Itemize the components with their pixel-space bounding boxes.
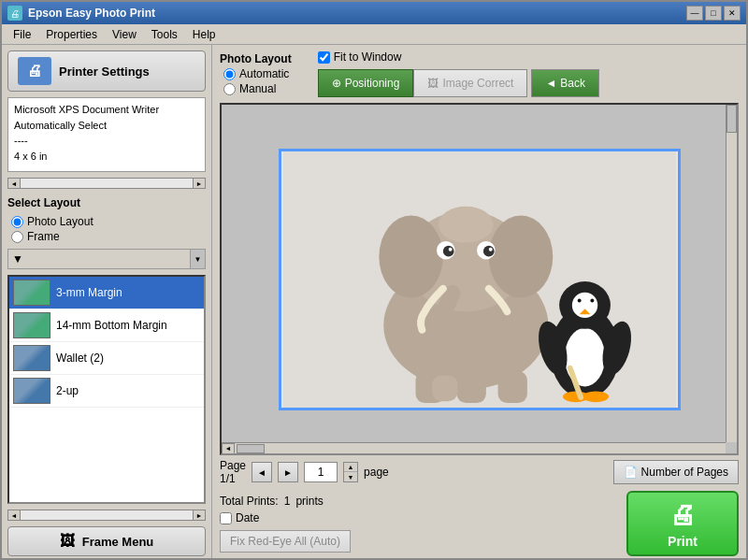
print-button[interactable]: 🖨 Print — [626, 491, 739, 556]
layout-item-3mm[interactable]: 3-mm Margin — [9, 277, 204, 309]
preview-container: ◄ — [220, 103, 739, 455]
positioning-tab[interactable]: ⊕ Positioning — [318, 69, 414, 97]
layout-thumb-wallet — [13, 345, 50, 371]
printer-size: 4 x 6 in — [14, 149, 199, 165]
layout-label-2up: 2-up — [56, 384, 79, 397]
list-scrollbar[interactable]: ◄ ► — [7, 510, 206, 521]
right-panel: Photo Layout Automatic Manual Fit to — [212, 45, 746, 560]
maximize-button[interactable]: □ — [705, 6, 722, 21]
layout-item-14mm[interactable]: 14-mm Bottom Margin — [9, 309, 204, 342]
photo-illustration — [281, 151, 678, 408]
manual-radio[interactable]: Manual — [223, 82, 292, 95]
svg-point-9 — [448, 247, 452, 251]
bottom-row: Total Prints: 1 prints Date Fix Red-Eye … — [220, 491, 739, 556]
page-label: Page — [220, 459, 246, 472]
close-button[interactable]: ✕ — [724, 6, 741, 21]
dropdown-value: ▼ — [12, 252, 23, 266]
photo-layout-section: Photo Layout Automatic Manual — [220, 52, 292, 95]
layout-dropdown[interactable]: ▼ ▼ — [7, 249, 206, 269]
fit-window-check[interactable] — [318, 51, 330, 64]
scroll-h-thumb[interactable] — [237, 444, 265, 453]
print-label: Print — [668, 534, 698, 549]
preview-scrollbar-horizontal[interactable]: ◄ — [222, 442, 726, 453]
window-title: Epson Easy Photo Print — [28, 7, 155, 20]
layout-thumb-3mm — [13, 280, 50, 306]
photo-layout-radio[interactable]: Photo Layout — [11, 215, 206, 228]
svg-point-4 — [488, 215, 553, 297]
fit-window-label: Fit to Window — [334, 50, 402, 64]
back-label: Back — [560, 77, 585, 90]
positioning-icon: ⊕ — [332, 77, 341, 90]
positioning-label: Positioning — [345, 77, 400, 90]
svg-point-8 — [482, 245, 494, 256]
printer-settings-button[interactable]: 🖨 Printer Settings — [7, 50, 206, 92]
page-spin[interactable]: ▲ ▼ — [343, 462, 358, 482]
layout-label-14mm: 14-mm Bottom Margin — [56, 319, 167, 332]
printer-info-scrollbar[interactable]: ◄ ► — [7, 178, 206, 189]
date-row: Date — [220, 511, 351, 524]
page-prev-button[interactable]: ◄ — [252, 462, 272, 482]
list-scroll-right[interactable]: ► — [193, 510, 206, 521]
svg-point-11 — [438, 206, 493, 242]
page-next-button[interactable]: ► — [278, 462, 298, 482]
scroll-left-button[interactable]: ◄ — [7, 178, 21, 189]
image-correct-icon: 🖼 — [427, 77, 439, 90]
frame-menu-button[interactable]: 🖼 Frame Menu — [7, 526, 206, 556]
photo-layout-label: Photo Layout — [27, 215, 94, 228]
menu-properties[interactable]: Properties — [38, 26, 105, 43]
image-correct-label: Image Correct — [442, 77, 513, 90]
fix-red-eye-button[interactable]: Fix Red-Eye All (Auto) — [220, 530, 351, 553]
menu-help[interactable]: Help — [185, 26, 223, 43]
scroll-right-button[interactable]: ► — [193, 178, 206, 189]
menu-tools[interactable]: Tools — [144, 26, 185, 43]
automatic-radio[interactable]: Automatic — [223, 67, 292, 80]
spin-down-button[interactable]: ▼ — [344, 472, 357, 481]
window-controls: — □ ✕ — [686, 6, 741, 21]
page-of-label: page — [364, 466, 389, 479]
layout-item-wallet[interactable]: Wallet (2) — [9, 342, 204, 375]
preview-scroll-left[interactable]: ◄ — [222, 443, 235, 454]
dropdown-arrow[interactable]: ▼ — [190, 250, 205, 268]
back-button[interactable]: ◄ Back — [531, 69, 599, 97]
main-layout: 🖨 Printer Settings Microsoft XPS Documen… — [2, 45, 746, 560]
total-prints-label: Total Prints: — [220, 495, 279, 508]
frame-label: Frame — [27, 230, 60, 243]
layout-type-radio-group: Photo Layout Frame — [7, 215, 206, 243]
left-panel: 🖨 Printer Settings Microsoft XPS Documen… — [2, 45, 212, 560]
layout-label-3mm: 3-mm Margin — [56, 286, 122, 299]
page-number-input[interactable] — [304, 462, 338, 482]
menu-file[interactable]: File — [6, 26, 38, 43]
back-arrow-icon: ◄ — [545, 77, 556, 90]
prints-label: prints — [295, 495, 323, 508]
image-correct-tab[interactable]: 🖼 Image Correct — [413, 69, 527, 97]
scroll-v-thumb[interactable] — [726, 105, 737, 133]
frame-radio[interactable]: Frame — [11, 230, 206, 243]
total-prints-row: Total Prints: 1 prints — [220, 495, 351, 508]
layout-thumb-14mm — [13, 312, 50, 338]
spin-up-button[interactable]: ▲ — [344, 463, 357, 472]
layout-list[interactable]: 3-mm Margin 14-mm Bottom Margin Wallet (… — [7, 275, 206, 504]
printer-select: Automatically Select — [14, 118, 199, 134]
manual-label: Manual — [239, 82, 276, 95]
date-label: Date — [236, 511, 259, 524]
app-icon: 🖨 — [7, 6, 22, 21]
number-of-pages-button[interactable]: 📄 Number of Pages — [613, 460, 739, 484]
page-info: 1/1 — [220, 472, 236, 485]
photo-frame — [279, 149, 681, 410]
total-prints-value: 1 — [284, 495, 291, 508]
photo-layout-header: Photo Layout — [220, 52, 292, 65]
preview-inner: ◄ — [222, 105, 737, 453]
menu-view[interactable]: View — [105, 26, 144, 43]
title-bar: 🖨 Epson Easy Photo Print — □ ✕ — [2, 2, 746, 24]
svg-point-7 — [442, 245, 453, 256]
minimize-button[interactable]: — — [686, 6, 703, 21]
preview-scrollbar-vertical[interactable] — [726, 105, 737, 442]
fit-to-window-checkbox[interactable]: Fit to Window — [318, 50, 402, 64]
date-checkbox[interactable] — [220, 512, 232, 524]
printer-settings-label: Printer Settings — [59, 65, 150, 79]
layout-thumb-2up — [13, 378, 50, 404]
frame-menu-label: Frame Menu — [82, 535, 154, 549]
svg-point-23 — [590, 298, 594, 302]
list-scroll-left[interactable]: ◄ — [7, 510, 21, 521]
layout-item-2up[interactable]: 2-up — [9, 375, 204, 408]
